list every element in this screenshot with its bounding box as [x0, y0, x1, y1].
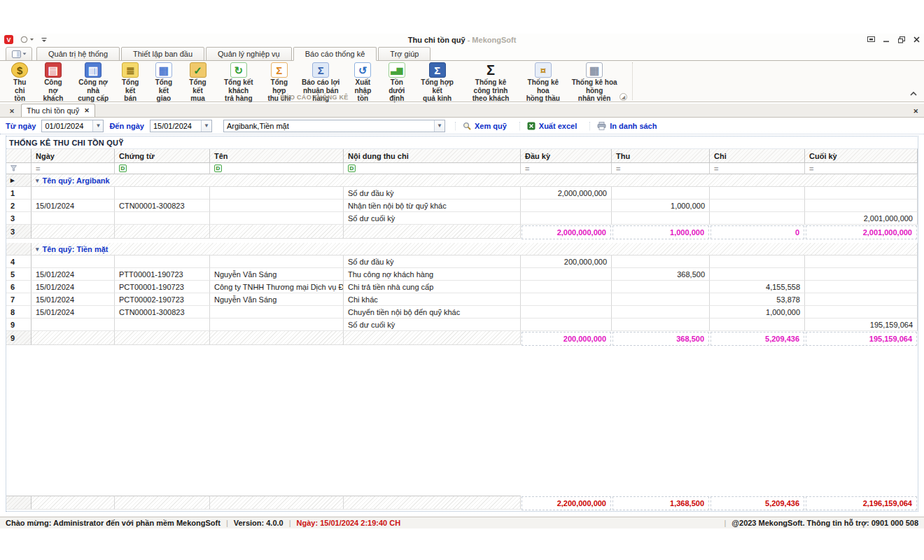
cell-ngay[interactable]: 15/01/2024: [31, 200, 115, 212]
customize-quick-access-button[interactable]: [41, 37, 47, 43]
close-button[interactable]: [913, 36, 920, 43]
cell-cuoi-ky[interactable]: [805, 255, 918, 268]
fund-select-field[interactable]: ▼: [223, 120, 445, 132]
cell-noi-dung[interactable]: Chi trả tiền nhà cung cấp: [344, 281, 521, 293]
print-list-button[interactable]: In danh sách: [589, 122, 664, 130]
cell-noi-dung[interactable]: Nhận tiền nội bộ từ quỹ khác: [344, 200, 521, 212]
column-header-thu[interactable]: Thu: [612, 149, 710, 163]
group-row[interactable]: ▾Tên quỹ: Tiền mặt: [6, 243, 918, 255]
cell-dau-ky[interactable]: [521, 306, 612, 318]
cell-cuoi-ky[interactable]: [805, 268, 918, 281]
to-date-input[interactable]: [150, 120, 201, 132]
cell-ten[interactable]: [210, 306, 344, 318]
table-row[interactable]: 5 15/01/2024 PTT00001-190723 Nguyễn Văn …: [6, 268, 918, 281]
cell-chi[interactable]: 53,878: [710, 293, 805, 306]
column-header-dau-ky[interactable]: Đầu kỳ: [521, 149, 612, 163]
table-row[interactable]: 2 15/01/2024 CTN00001-300823 Nhận tiền n…: [6, 200, 918, 212]
quick-access-circle-button[interactable]: [20, 36, 34, 43]
cell-ten[interactable]: [210, 200, 344, 212]
cell-ten[interactable]: [210, 255, 344, 268]
filter-cell[interactable]: D: [344, 163, 521, 174]
cell-noi-dung[interactable]: Thu công nợ khách hàng: [344, 268, 521, 281]
cell-chi[interactable]: [710, 255, 805, 268]
cell-chi[interactable]: [710, 318, 805, 331]
table-row[interactable]: 4 Số dư đầu kỳ 200,000,000: [6, 255, 918, 268]
cell-chi[interactable]: [710, 212, 805, 225]
filter-funnel-icon[interactable]: [6, 163, 31, 174]
ribbon-tab-3[interactable]: Báo cáo thống kê: [293, 47, 377, 61]
to-date-field[interactable]: ▼: [150, 120, 212, 132]
cell-chi[interactable]: 1,000,000: [710, 306, 805, 318]
cell-chung-tu[interactable]: [115, 212, 210, 225]
cell-chung-tu[interactable]: [115, 318, 210, 331]
chevron-down-icon[interactable]: ▼: [92, 120, 103, 132]
ribbon-tab-4[interactable]: Trợ giúp: [378, 47, 430, 61]
cell-dau-ky[interactable]: [521, 281, 612, 293]
filter-cell[interactable]: D: [115, 163, 210, 174]
ribbon-tab-2[interactable]: Quản lý nghiệp vụ: [206, 47, 292, 61]
column-header-cuoi-ky[interactable]: Cuối kỳ: [805, 149, 918, 163]
table-row[interactable]: 3 Số dư cuối kỳ 2,001,000,000: [6, 212, 918, 225]
cell-cuoi-ky[interactable]: 2,001,000,000: [805, 212, 918, 225]
filter-cell[interactable]: D: [210, 163, 344, 174]
group-row[interactable]: ▸ ▾Tên quỹ: Argibank: [6, 174, 918, 187]
cell-dau-ky[interactable]: 2,000,000,000: [521, 187, 612, 200]
column-header-chi[interactable]: Chi: [710, 149, 805, 163]
export-excel-button[interactable]: Xuất excel: [519, 122, 584, 130]
cell-dau-ky[interactable]: [521, 293, 612, 306]
cell-ngay[interactable]: 15/01/2024: [31, 306, 115, 318]
filter-cell[interactable]: =: [805, 163, 918, 174]
table-row[interactable]: 7 15/01/2024 PCT00002-190723 Nguyễn Văn …: [6, 293, 918, 306]
table-row[interactable]: 8 15/01/2024 CTN00001-300823 Chuyển tiền…: [6, 306, 918, 318]
cell-ngay[interactable]: [31, 318, 115, 331]
close-document-button[interactable]: ✕: [913, 108, 918, 115]
cell-ngay[interactable]: 15/01/2024: [31, 268, 115, 281]
close-tab-icon[interactable]: ✕: [84, 107, 90, 114]
tab-thu-chi-ton-quy[interactable]: Thu chi tồn quỹ ✕: [21, 104, 95, 117]
cell-dau-ky[interactable]: [521, 212, 612, 225]
cell-noi-dung[interactable]: Chuyển tiền nội bộ đến quỹ khác: [344, 306, 521, 318]
from-date-field[interactable]: ▼: [41, 120, 104, 132]
cell-cuoi-ky[interactable]: [805, 200, 918, 212]
column-header-chung-tu[interactable]: Chứng từ: [115, 149, 210, 163]
cell-cuoi-ky[interactable]: 195,159,064: [805, 318, 918, 331]
cell-thu[interactable]: [612, 318, 710, 331]
cell-noi-dung[interactable]: Số dư đầu kỳ: [344, 187, 521, 200]
chevron-down-icon[interactable]: ▼: [201, 120, 211, 132]
cell-chung-tu[interactable]: PCT00002-190723: [115, 293, 210, 306]
cell-ten[interactable]: Công ty TNHH Thương mại Dịch vụ Điện n..…: [210, 281, 344, 293]
cell-thu[interactable]: 368,500: [612, 268, 710, 281]
group-dialog-launcher-icon[interactable]: ◢: [620, 93, 627, 101]
cell-cuoi-ky[interactable]: [805, 281, 918, 293]
restore-button[interactable]: [898, 36, 905, 43]
cell-cuoi-ky[interactable]: [805, 293, 918, 306]
chevron-down-icon[interactable]: ▼: [434, 120, 444, 132]
fullscreen-button[interactable]: [867, 36, 875, 43]
cell-ten[interactable]: [210, 187, 344, 200]
cell-chung-tu[interactable]: CTN00001-300823: [115, 200, 210, 212]
cell-ten[interactable]: [210, 212, 344, 225]
ribbon-application-button[interactable]: [6, 47, 32, 61]
column-header-ten[interactable]: Tên: [210, 149, 344, 163]
ribbon-tab-0[interactable]: Quản trị hệ thống: [36, 47, 120, 61]
column-header-ngay[interactable]: Ngày: [31, 149, 115, 163]
cell-ngay[interactable]: [31, 187, 115, 200]
cell-noi-dung[interactable]: Số dư cuối kỳ: [344, 318, 521, 331]
filter-cell[interactable]: =: [521, 163, 612, 174]
cell-cuoi-ky[interactable]: [805, 306, 918, 318]
cell-dau-ky[interactable]: [521, 200, 612, 212]
cell-dau-ky[interactable]: 200,000,000: [521, 255, 612, 268]
cell-thu[interactable]: [612, 293, 710, 306]
cell-chi[interactable]: 4,155,558: [710, 281, 805, 293]
table-row[interactable]: 6 15/01/2024 PCT00001-190723 Công ty TNH…: [6, 281, 918, 293]
from-date-input[interactable]: [42, 120, 92, 132]
cell-chi[interactable]: [710, 187, 805, 200]
cell-thu[interactable]: [612, 187, 710, 200]
filter-cell[interactable]: =: [31, 163, 115, 174]
cell-chung-tu[interactable]: [115, 255, 210, 268]
ribbon-tab-1[interactable]: Thiết lập ban đầu: [121, 47, 204, 61]
minimize-button[interactable]: [883, 36, 890, 43]
cell-dau-ky[interactable]: [521, 268, 612, 281]
cell-thu[interactable]: [612, 255, 710, 268]
cell-chung-tu[interactable]: PCT00001-190723: [115, 281, 210, 293]
